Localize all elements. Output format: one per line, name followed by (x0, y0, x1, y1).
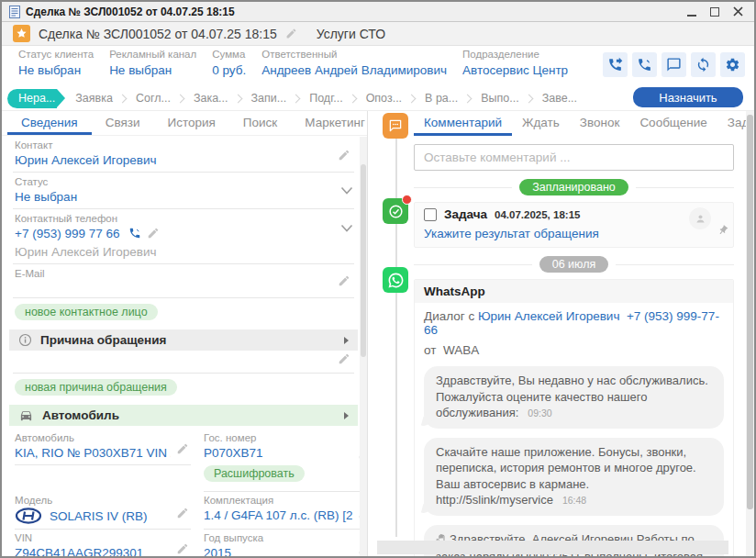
gear-icon[interactable] (720, 52, 745, 77)
left-scrollbar[interactable] (360, 137, 367, 557)
chevron-down-icon[interactable] (339, 184, 354, 200)
whatsapp-icon (383, 267, 408, 293)
tab-poisk[interactable]: Поиск (229, 111, 291, 135)
stage-tab[interactable]: Подг... (304, 89, 348, 108)
trim-field: Комплектация 1.4 / G4FA 107 л.с. (RB) [2 (202, 492, 368, 530)
year-field: Год выпуска 2015 (202, 530, 368, 557)
right-scrollbar[interactable] (746, 111, 754, 557)
edit-car-icon[interactable] (176, 442, 189, 459)
message-time: 09:30 (528, 407, 551, 418)
info-icon (18, 333, 32, 347)
stage-tab[interactable]: Запи... (246, 89, 293, 108)
edit-reason-icon[interactable] (338, 352, 350, 369)
vin-field: VIN Z94CB41AAGR299301 (13, 530, 191, 557)
edit-vin-icon[interactable] (176, 542, 189, 557)
assignee-avatar (689, 207, 711, 229)
task-checkbox[interactable] (424, 208, 437, 221)
header-action-icons (603, 52, 745, 77)
minimize-button[interactable] (687, 15, 696, 17)
stage-tab[interactable]: Выпо... (475, 89, 524, 108)
stage-separator-icon (463, 94, 472, 103)
edit-phone-icon[interactable] (147, 227, 160, 242)
planned-divider: Запланировано (414, 179, 734, 195)
comment-input[interactable] (414, 144, 734, 171)
refresh-icon[interactable] (691, 52, 716, 77)
deal-category[interactable]: Услуги СТО (317, 27, 385, 41)
email-field: E-Mail (13, 264, 354, 298)
task-card[interactable]: Задача 04.07.2025, 18:15 Укажите результ… (414, 202, 734, 248)
timeline-panel: Комментарий Ждать Звонок Сообщение Задач… (368, 111, 754, 557)
stage-separator-icon (407, 94, 417, 103)
tab-call[interactable]: Звонок (570, 111, 630, 136)
timeline-line (395, 117, 397, 537)
field-ad-channel: Рекламный канал Не выбран (109, 49, 196, 86)
phone-owner-label: Юрин Алексей Игоревич (15, 245, 327, 259)
assign-button[interactable]: Назначить (633, 87, 743, 107)
tab-istoriya[interactable]: История (154, 111, 229, 135)
phone-icon[interactable] (632, 52, 657, 77)
message-bubble: Скачайте наше приложение. Бонусы, звонки… (424, 438, 724, 516)
stage-tab[interactable]: Согл... (130, 89, 176, 108)
reason-section-header[interactable]: Причина обращения (9, 329, 358, 351)
source-link[interactable]: WABA (443, 343, 479, 357)
decode-badge[interactable]: Расшифровать (204, 465, 305, 482)
whatsapp-card: WhatsApp Диалог с Юрин Алексей Игоревич … (414, 279, 734, 557)
edit-model-icon[interactable] (176, 507, 189, 523)
phone-forward-icon[interactable] (603, 52, 628, 77)
chat-icon[interactable] (662, 52, 686, 77)
tab-marketing[interactable]: Маркетинг (291, 111, 368, 135)
edit-email-icon[interactable] (338, 274, 350, 291)
deal-star-icon (13, 25, 30, 42)
edit-title-icon[interactable] (285, 28, 297, 39)
deal-title: Сделка № ЗСЛ001052 от 04.07.25 18:15 (39, 27, 277, 41)
dialog-line: Диалог с Юрин Алексей Игоревич +7 (953) … (424, 309, 724, 337)
chevron-down-icon[interactable] (339, 221, 354, 238)
close-button[interactable] (733, 6, 743, 17)
contact-field: Контакт Юрин Алексей Игоревич (13, 136, 354, 173)
summary-bar: Статус клиента Не выбран Рекламный канал… (2, 46, 754, 86)
window-titlebar: Сделка № ЗСЛ001052 от 04.07.25 18:15 (2, 2, 754, 22)
stage-tab[interactable]: В ра... (419, 89, 463, 108)
stage-separator-icon (348, 94, 357, 103)
new-contact-badge[interactable]: новое контактное лицо (15, 304, 158, 320)
details-panel: Сведения Связи История Поиск Маркетинг К… (2, 111, 368, 557)
stage-tab[interactable]: Заявка (70, 89, 118, 108)
call-icon[interactable] (128, 227, 141, 242)
tab-wait[interactable]: Ждать (512, 111, 570, 136)
edit-contact-icon[interactable] (338, 149, 350, 165)
car-field: Автомобиль KIA, RIO № P030XB71 VIN Z (13, 430, 191, 492)
from-line: от WABA (424, 343, 724, 357)
stage-tab[interactable]: Опоз... (361, 89, 407, 108)
timeline-tabs: Комментарий Ждать Звонок Сообщение Задач… (414, 111, 734, 136)
message-bubble: Здравствуйте, Вы недавно у нас обслужива… (424, 366, 724, 429)
tab-svedeniya[interactable]: Сведения (7, 111, 92, 135)
tab-message[interactable]: Сообщение (629, 111, 717, 136)
window-title: Сделка № ЗСЛ001052 от 04.07.25 18:15 (26, 6, 235, 18)
status-field: Статус Не выбран (13, 173, 354, 209)
expand-arrow-icon (344, 412, 349, 419)
car-section-header[interactable]: Автомобиль (9, 405, 358, 426)
car-icon (18, 408, 34, 422)
reason-field (13, 354, 354, 374)
task-result-link[interactable]: Укажите результат обращения (424, 227, 724, 240)
message-time: 16:48 (562, 495, 586, 506)
contact-link[interactable]: Юрин Алексей Игоревич (478, 309, 620, 323)
date-badge: 06 июля (539, 256, 609, 273)
stage-tab[interactable]: Заве... (537, 89, 583, 108)
tab-comment[interactable]: Комментарий (414, 111, 512, 136)
stage-separator-icon (292, 94, 301, 103)
stage-tab[interactable]: Зака... (188, 89, 234, 108)
pipeline-stage-bar: Нера... Заявка Согл... Зака... Запи... П… (2, 86, 754, 110)
deal-header: Сделка № ЗСЛ001052 от 04.07.25 18:15 Усл… (2, 22, 754, 46)
stage-separator-icon (524, 94, 533, 103)
stage-separator-icon (233, 94, 242, 103)
new-reason-badge[interactable]: новая причина обращения (15, 379, 177, 396)
app-window: Сделка № ЗСЛ001052 от 04.07.25 18:15 Сде… (0, 0, 756, 558)
plate-field: Гос. номер P070XB71 Расшифровать (202, 430, 368, 492)
maximize-button[interactable] (710, 7, 719, 17)
tab-svyazi[interactable]: Связи (92, 111, 154, 135)
horizontal-scrollbar[interactable] (377, 541, 728, 554)
stage-tab-active[interactable]: Нера... (7, 89, 57, 108)
details-tabs: Сведения Связи История Поиск Маркетинг (2, 111, 367, 136)
task-check-icon (383, 198, 408, 224)
